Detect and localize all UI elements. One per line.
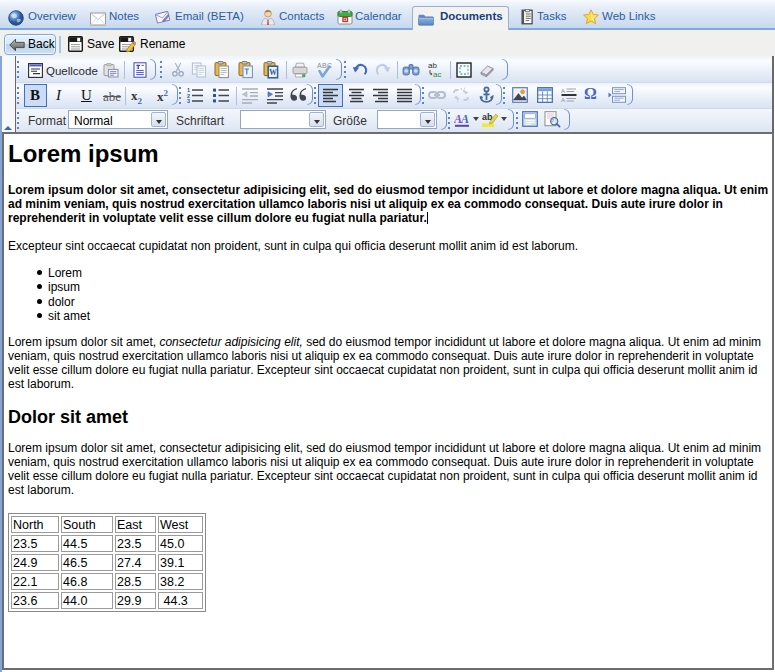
svg-text:ac: ac xyxy=(433,70,441,79)
svg-text:A: A xyxy=(561,88,565,94)
svg-text:W: W xyxy=(269,68,277,77)
svg-text:P: P xyxy=(551,119,554,124)
svg-text:A: A xyxy=(561,97,565,103)
svg-text:3: 3 xyxy=(187,98,190,104)
svg-text:A: A xyxy=(460,112,469,126)
svg-text:ab: ab xyxy=(428,61,437,70)
